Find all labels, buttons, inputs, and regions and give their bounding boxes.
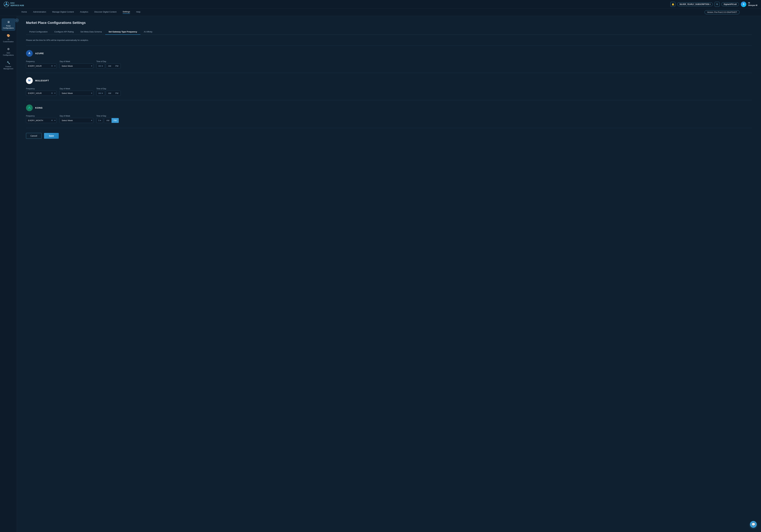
svg-point-3 — [8, 5, 8, 6]
mulesoft-hh-button[interactable]: HH ▾ — [96, 91, 105, 96]
mulesoft-frequency-select-wrapper: EVERY_HOUR EVERY_DAY EVERY_WEEK EVERY_MO… — [26, 91, 57, 96]
azure-frequency-group: Frequency EVERY_HOUR EVERY_DAY EVERY_WEE… — [26, 60, 57, 69]
kong-pm-button[interactable]: PM — [111, 118, 119, 123]
gateway-section-kong: KONG Frequency EVERY_HOUR EVERY_DAY EVER… — [26, 104, 752, 123]
sidebar-label-portal: Portal Configurations — [3, 25, 14, 29]
tab-set-gateway-type-frequency[interactable]: Set Gateway Type Frequency — [105, 29, 141, 35]
kong-ampm-group: AM PM — [104, 118, 119, 123]
cancel-button[interactable]: Cancel — [26, 133, 42, 139]
mulesoft-ampm-group: AM PM — [106, 91, 121, 96]
sidebar-item-feature-management[interactable]: 🔧 Feature Management — [2, 59, 15, 72]
mulesoft-pm-button[interactable]: PM — [113, 91, 121, 95]
svg-point-4 — [4, 5, 5, 6]
azure-icon: A — [26, 50, 33, 57]
save-button[interactable]: Save — [44, 133, 59, 139]
azure-hh-arrow-icon: ▾ — [102, 65, 103, 67]
nav-home[interactable]: Home — [22, 11, 27, 14]
nav-manage-digital-content[interactable]: Manage Digital Content — [52, 11, 74, 14]
chevron-down-icon: ▾ — [710, 3, 711, 5]
mulesoft-day-label: Day of Week — [60, 88, 93, 90]
action-row: Cancel Save — [26, 133, 752, 139]
sidebar-item-portal-configurations[interactable]: 🖥 Portal Configurations — [2, 18, 15, 31]
tab-portal-configuration[interactable]: Portal Configuration — [26, 29, 51, 35]
nav-administration[interactable]: Administration — [33, 11, 46, 14]
azure-am-button[interactable]: AM — [106, 64, 113, 68]
kong-day-select[interactable]: Select Week Monday Tuesday Wednesday Thu… — [60, 118, 93, 123]
mulesoft-day-select[interactable]: Select Week Monday Tuesday Wednesday Thu… — [60, 91, 93, 96]
sidebar: ‹ 🖥 Portal Configurations 🎨 UI Customisa… — [0, 16, 17, 532]
kong-am-button[interactable]: AM — [104, 118, 111, 123]
tab-ai-affinity[interactable]: AI Affinity — [141, 29, 156, 35]
sidebar-item-sso-configurations[interactable]: ⚙ SSO Configurations — [2, 45, 15, 58]
kong-hh-button[interactable]: 5 ▾ — [96, 118, 103, 123]
brand-name: DAC SERVICE HUB — [10, 2, 24, 7]
sso-configurations-icon: ⚙ — [6, 47, 11, 51]
gateway-section-azure: A AZURE Frequency EVERY_HOUR EVERY_DAY E… — [26, 50, 752, 69]
azure-pm-button[interactable]: PM — [113, 64, 121, 68]
sidebar-label-ui: UI Customisation — [3, 38, 14, 43]
kong-icon — [26, 104, 33, 111]
mulesoft-hh-arrow-icon: ▾ — [102, 92, 103, 94]
sidebar-label-feature: Feature Management — [3, 66, 14, 70]
svg-point-1 — [6, 3, 7, 5]
mulesoft-time-label: Time of Day — [96, 88, 121, 90]
tab-configure-api-rating[interactable]: Configure API Rating — [51, 29, 77, 35]
azure-time-label: Time of Day — [96, 60, 121, 63]
org-label: DigitalAPICraft — [724, 3, 737, 5]
subscription-selector[interactable]: SILVER_YEARLY_SUBSCRIPTION ▾ — [677, 2, 713, 6]
page-title: Market Place Configurations Settings — [26, 21, 752, 25]
nav-help[interactable]: Help — [136, 11, 141, 14]
notifications-icon[interactable]: 🔔 — [671, 2, 675, 7]
mulesoft-day-select-wrapper: Select Week Monday Tuesday Wednesday Thu… — [60, 91, 93, 96]
copy-icon[interactable]: ⧉ — [715, 2, 720, 7]
nav-settings[interactable]: Settings — [123, 11, 130, 14]
kong-frequency-clear[interactable]: ✕ — [51, 119, 53, 122]
ui-customisation-icon: 🎨 — [6, 33, 11, 38]
mulesoft-form-row: Frequency EVERY_HOUR EVERY_DAY EVERY_WEE… — [26, 88, 752, 96]
sidebar-toggle[interactable]: ‹ — [15, 18, 19, 22]
mulesoft-day-group: Day of Week Select Week Monday Tuesday W… — [60, 88, 93, 96]
kong-time-label: Time of Day — [96, 115, 119, 117]
kong-day-select-wrapper: Select Week Monday Tuesday Wednesday Thu… — [60, 118, 93, 123]
azure-time-inputs: HH ▾ AM PM — [96, 64, 121, 69]
azure-hh-button[interactable]: HH ▾ — [96, 64, 105, 69]
azure-time-group: Time of Day HH ▾ AM PM — [96, 60, 121, 69]
avatar[interactable]: S — [741, 2, 746, 7]
svg-point-2 — [6, 2, 7, 3]
tab-set-meta-data-schema[interactable]: Set Meta-Data Schema — [77, 29, 105, 35]
mulesoft-frequency-clear[interactable]: ✕ — [51, 92, 53, 94]
kong-frequency-select-wrapper: EVERY_HOUR EVERY_DAY EVERY_WEEK EVERY_MO… — [26, 118, 57, 123]
mulesoft-header: M MULESOFT — [26, 77, 752, 84]
nav-discover-digital-content[interactable]: Discover Digital Content — [94, 11, 117, 14]
top-nav: DAC SERVICE HUB 🔔 SILVER_YEARLY_SUBSCRIP… — [0, 0, 761, 9]
mulesoft-time-group: Time of Day HH ▾ AM PM — [96, 88, 121, 96]
azure-day-label: Day of Week — [60, 60, 93, 63]
azure-frequency-clear[interactable]: ✕ — [51, 65, 53, 67]
mulesoft-time-inputs: HH ▾ AM PM — [96, 91, 121, 96]
sidebar-item-ui-customisation[interactable]: 🎨 UI Customisation — [2, 32, 15, 44]
mulesoft-am-button[interactable]: AM — [106, 91, 113, 95]
sidebar-label-sso: SSO Configurations — [3, 52, 14, 56]
azure-header: A AZURE — [26, 50, 752, 57]
top-right-area: 🔔 SILVER_YEARLY_SUBSCRIPTION ▾ ⧉ Digital… — [671, 2, 757, 7]
mulesoft-frequency-group: Frequency EVERY_HOUR EVERY_DAY EVERY_WEE… — [26, 88, 57, 96]
org-selector[interactable]: DigitalAPICraft — [721, 2, 739, 6]
main-layout: ‹ 🖥 Portal Configurations 🎨 UI Customisa… — [0, 16, 761, 532]
azure-day-select[interactable]: Select Week Monday Tuesday Wednesday Thu… — [60, 64, 93, 69]
gateway-section-mulesoft: M MULESOFT Frequency EVERY_HOUR EVERY_DA… — [26, 77, 752, 96]
azure-day-select-wrapper: Select Week Monday Tuesday Wednesday Thu… — [60, 64, 93, 69]
mulesoft-icon: M — [26, 77, 33, 84]
mulesoft-name: MULESOFT — [35, 79, 49, 82]
tabs-row: Portal Configuration Configure API Ratin… — [26, 29, 752, 35]
azure-frequency-select-wrapper: EVERY_HOUR EVERY_DAY EVERY_WEEK EVERY_MO… — [26, 64, 57, 69]
logo: DAC SERVICE HUB — [4, 2, 24, 7]
kong-frequency-label: Frequency — [26, 115, 57, 117]
mulesoft-frequency-label: Frequency — [26, 88, 57, 90]
user-greeting: Hi Shreyas M — [748, 2, 757, 7]
chat-button[interactable]: 💬 — [750, 521, 757, 528]
subscription-label: SILVER_YEARLY_SUBSCRIPTION — [679, 3, 709, 5]
nav-analytics[interactable]: Analytics — [80, 11, 88, 14]
azure-ampm-group: AM PM — [106, 64, 121, 69]
azure-frequency-label: Frequency — [26, 60, 57, 63]
kong-form-row: Frequency EVERY_HOUR EVERY_DAY EVERY_WEE… — [26, 115, 752, 123]
